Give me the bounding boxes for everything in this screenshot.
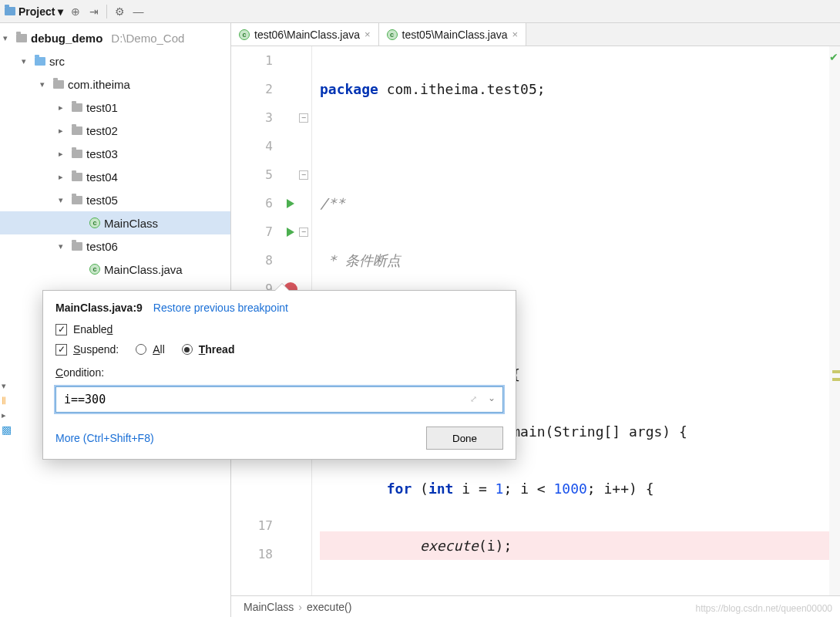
class-label: MainClass	[104, 217, 158, 230]
divider	[106, 5, 107, 19]
gutter-row: 2	[231, 75, 311, 103]
condition-input-wrap: ⤢ ⌄	[55, 386, 503, 413]
class-icon	[387, 29, 398, 40]
inspection-stripe[interactable]: ✔	[829, 46, 840, 595]
tab-test05[interactable]: test05\MainClass.java ×	[379, 23, 527, 46]
chevron-down-icon[interactable]	[2, 381, 11, 391]
gutter-row: 5−	[231, 160, 311, 189]
enabled-checkbox[interactable]	[55, 324, 67, 335]
chevron-right-icon[interactable]	[59, 149, 68, 159]
run-icon[interactable]	[287, 228, 294, 237]
folder-icon	[5, 7, 15, 15]
pkg-label: com.itheima	[68, 78, 130, 91]
chevron-down-icon[interactable]	[3, 33, 12, 43]
tree-item-test06[interactable]: test06	[0, 234, 230, 258]
minimize-icon[interactable]: —	[132, 5, 144, 18]
radio-all[interactable]	[136, 344, 146, 355]
fold-icon[interactable]: −	[299, 170, 308, 180]
restore-link[interactable]: Restore previous breakpoint	[153, 302, 288, 314]
project-toolbar: Project ▾ ⊕ ⇥ ⚙ —	[0, 0, 840, 23]
editor-tabs: test06\MainClass.java × test05\MainClass…	[231, 23, 840, 46]
more-link[interactable]: More (Ctrl+Shift+F8)	[55, 432, 154, 444]
enabled-row[interactable]: Enabled	[55, 323, 503, 335]
suspend-checkbox[interactable]	[55, 344, 67, 356]
tree-item-test04[interactable]: test04	[0, 165, 230, 188]
src-label: src	[49, 55, 65, 68]
project-tree[interactable]: debug_demo D:\Demo_Cod src com.itheima t…	[0, 23, 230, 284]
structure-icon[interactable]: ⦀	[2, 394, 15, 407]
enabled-label: Enabled	[73, 323, 113, 335]
fold-icon[interactable]: −	[299, 113, 308, 123]
gutter-row: 18	[231, 540, 311, 568]
warning-marker[interactable]	[832, 370, 840, 373]
expand-icon[interactable]: ⤢	[470, 394, 477, 404]
radio-thread[interactable]	[182, 344, 193, 355]
class-icon	[89, 264, 100, 275]
item-label: test03	[86, 147, 118, 160]
project-label: Project	[18, 5, 55, 18]
popup-title: MainClass.java:9	[55, 302, 143, 314]
gear-icon[interactable]: ⚙	[113, 5, 126, 18]
tree-item-test05[interactable]: test05	[0, 188, 230, 211]
breakpoint-popup: MainClass.java:9 Restore previous breakp…	[42, 290, 516, 460]
chevron-down-icon[interactable]: ⌄	[488, 393, 496, 403]
gutter-row: 4	[231, 132, 311, 160]
close-icon[interactable]: ×	[512, 29, 519, 40]
crumb-method[interactable]: execute()	[307, 601, 351, 613]
tab-test06[interactable]: test06\MainClass.java ×	[231, 23, 379, 46]
chevron-down-icon[interactable]	[59, 195, 68, 205]
tree-src[interactable]: src	[0, 49, 230, 72]
tree-item-mainclass[interactable]: MainClass	[0, 211, 230, 234]
tree-item-test03[interactable]: test03	[0, 142, 230, 165]
collapse-icon[interactable]: ⇥	[88, 5, 100, 18]
root-name: debug_demo	[31, 32, 102, 45]
all-label: All	[153, 343, 165, 356]
warning-marker[interactable]	[832, 378, 840, 381]
check-icon: ✔	[829, 51, 838, 63]
tree-item-test02[interactable]: test02	[0, 119, 230, 142]
gutter-row: 6	[231, 189, 311, 217]
crumb-class[interactable]: MainClass	[244, 601, 294, 613]
target-icon[interactable]: ⊕	[69, 5, 82, 18]
terminal-icon[interactable]: ▩	[2, 423, 15, 436]
gutter-row: 1	[231, 46, 311, 75]
done-button[interactable]: Done	[426, 427, 503, 450]
tree-root[interactable]: debug_demo D:\Demo_Cod	[0, 26, 230, 49]
gutter-row: 8	[231, 246, 311, 275]
tree-item-test01[interactable]: test01	[0, 96, 230, 119]
chevron-right-icon[interactable]	[59, 172, 68, 182]
chevron-right-icon: ›	[298, 601, 302, 613]
item-label: test04	[86, 170, 118, 184]
tab-label: test06\MainClass.java	[254, 29, 360, 41]
package-icon	[72, 173, 82, 181]
project-dropdown[interactable]: Project ▾	[5, 5, 63, 18]
sidebar-toolwindows: ⦀ ▩	[0, 378, 17, 617]
package-icon	[72, 242, 82, 251]
package-icon	[53, 80, 64, 89]
class-icon	[89, 217, 100, 228]
condition-input[interactable]	[55, 386, 503, 413]
gutter-row: 17	[231, 511, 311, 540]
suspend-row: Suspend: All Thread	[55, 343, 503, 356]
chevron-down-icon[interactable]	[40, 79, 49, 89]
fold-icon[interactable]: −	[299, 228, 308, 237]
tree-item-mainclass-java[interactable]: MainClass.java	[0, 258, 230, 281]
folder-icon	[35, 57, 45, 66]
package-icon	[72, 103, 82, 112]
tree-package[interactable]: com.itheima	[0, 72, 230, 96]
thread-label: Thread	[199, 343, 235, 356]
gutter-row: 7−	[231, 217, 311, 246]
run-icon[interactable]	[287, 199, 294, 208]
chevron-down-icon[interactable]	[59, 241, 68, 251]
class-icon	[239, 29, 250, 40]
chevron-down-icon[interactable]	[22, 56, 31, 66]
chevron-right-icon[interactable]	[59, 103, 68, 113]
chevron-right-icon[interactable]	[2, 410, 11, 420]
condition-label: Condition:	[55, 366, 104, 379]
breadcrumb: MainClass › execute() https://blog.csdn.…	[231, 595, 840, 617]
module-icon	[16, 34, 27, 42]
chevron-right-icon[interactable]	[59, 126, 68, 136]
file-label: MainClass.java	[104, 263, 183, 276]
package-icon	[72, 150, 82, 158]
close-icon[interactable]: ×	[365, 29, 371, 40]
